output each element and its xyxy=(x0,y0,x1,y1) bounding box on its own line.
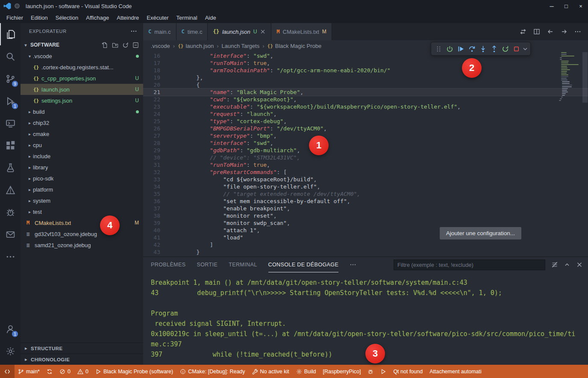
editor-scrollbar[interactable] xyxy=(582,51,588,257)
tree-item-samd21-ozone-jdebug[interactable]: ≡samd21_ozone.jdebug xyxy=(21,239,143,251)
tab-launch-json[interactable]: {}launch.jsonU xyxy=(208,23,271,40)
tree-item-chip32[interactable]: ▸chip32 xyxy=(21,117,143,128)
menu-item-executer[interactable]: Exécuter xyxy=(143,13,172,22)
status-qt-status[interactable]: Qt not found xyxy=(390,365,426,378)
step-into-button[interactable] xyxy=(477,43,488,54)
minimize-button[interactable]: ─ xyxy=(544,0,559,12)
new-file-icon[interactable] xyxy=(102,42,108,48)
activity-source-control[interactable]: 9 xyxy=(0,68,21,90)
tree-item-c-cpp-properties-json[interactable]: {}c_cpp_properties.jsonU xyxy=(21,73,143,84)
panel-tab-terminal[interactable]: TERMINAL xyxy=(229,257,257,272)
tree-item-build[interactable]: ▸build xyxy=(21,106,143,117)
panel-tab-problemes[interactable]: PROBLÈMES xyxy=(151,257,185,272)
status-warnings[interactable]: 0 xyxy=(74,365,92,378)
menu-item-edition[interactable]: Edition xyxy=(27,13,52,22)
tree-item-test[interactable]: ▸test xyxy=(21,206,143,217)
tree-item-cmake[interactable]: ▸cmake xyxy=(21,128,143,139)
status-cmake-kit[interactable]: No active kit xyxy=(249,365,293,378)
activity-search[interactable] xyxy=(0,45,21,68)
status-debug-config[interactable]: Black Magic Probe (software) xyxy=(92,365,176,378)
activity-testing[interactable] xyxy=(0,157,21,179)
tab-cmakelists-txt[interactable]: MCMakeLists.txtM xyxy=(271,23,332,40)
status-cmake-build[interactable]: Build xyxy=(293,365,320,378)
workspace-section-header[interactable]: ▾ SOFTWARE xyxy=(21,39,143,50)
close-tab-icon[interactable] xyxy=(260,29,266,35)
tree-item-settings-json[interactable]: {}settings.jsonU xyxy=(21,95,143,106)
status-auto-attach[interactable]: Attachement automati xyxy=(426,365,485,378)
close-button[interactable]: × xyxy=(573,0,588,12)
menu-item-terminal[interactable]: Terminal xyxy=(173,13,201,22)
stop-button[interactable] xyxy=(511,43,522,54)
refresh-icon[interactable] xyxy=(122,42,129,48)
tree-item-vscode[interactable]: ▾.vscode xyxy=(21,50,143,62)
status-sync[interactable] xyxy=(43,365,56,378)
menu-item-selection[interactable]: Sélection xyxy=(52,13,82,22)
code-editor[interactable]: 16 "interface": "swd",17 "runToMain": tr… xyxy=(143,51,588,257)
activity-more-views[interactable] xyxy=(0,245,21,268)
tree-item-gd32vf103-ozone-jdebug[interactable]: ≡gd32vf103_ozone.jdebug xyxy=(21,228,143,239)
activity-run-debug[interactable]: 1 xyxy=(0,90,21,112)
tree-item-cpu[interactable]: ▸cpu xyxy=(21,139,143,151)
tree-item-cmakelists-txt[interactable]: MCMakeLists.txtM xyxy=(21,217,143,228)
add-configuration-button[interactable]: Ajouter une configuration... xyxy=(440,227,521,239)
status-remote-indicator[interactable] xyxy=(0,365,15,378)
debug-filter-input[interactable] xyxy=(394,260,545,270)
section-structure[interactable]: ▸ STRUCTURE xyxy=(21,343,143,354)
activity-explorer[interactable] xyxy=(0,23,21,45)
activity-cortex-debug[interactable] xyxy=(0,201,21,223)
panel-tab-sortie[interactable]: SORTIE xyxy=(197,257,218,272)
power-button[interactable] xyxy=(444,43,455,54)
activity-settings[interactable] xyxy=(0,340,21,362)
minimap[interactable] xyxy=(558,52,581,102)
tree-item-label: library xyxy=(33,164,48,171)
tree-item-library[interactable]: ▸library xyxy=(21,162,143,173)
section-timeline[interactable]: ▸ CHRONOLOGIE xyxy=(21,354,143,365)
activity-extensions[interactable] xyxy=(0,134,21,157)
status-git-branch[interactable]: main* xyxy=(15,365,43,378)
more-button[interactable] xyxy=(522,43,529,54)
tree-item-system[interactable]: ▸system xyxy=(21,195,143,206)
menu-item-aide[interactable]: Aide xyxy=(201,13,220,22)
maximize-panel-icon[interactable] xyxy=(564,261,570,268)
breadcrumb-item-launch-json[interactable]: {}launch.json xyxy=(178,43,214,49)
continue-button[interactable] xyxy=(455,43,466,54)
status-cmake-target[interactable]: [RaspberryPico] xyxy=(319,365,364,378)
clear-console-icon[interactable] xyxy=(551,261,558,268)
tab-time-c[interactable]: Ctime.c xyxy=(176,23,208,40)
activity-packages[interactable] xyxy=(0,223,21,245)
activity-cmake[interactable] xyxy=(0,179,21,201)
status-cmake-debug[interactable] xyxy=(364,365,377,378)
close-panel-icon[interactable] xyxy=(576,261,583,268)
navigate-forward-icon[interactable] xyxy=(561,28,567,35)
tree-item-pico-sdk[interactable]: ▸pico-sdk xyxy=(21,173,143,184)
tree-item-cortex-debug-registers-stat[interactable]: {}.cortex-debug.registers.stat... xyxy=(21,62,143,73)
new-folder-icon[interactable] xyxy=(112,42,118,48)
panel-tab-more[interactable] xyxy=(350,257,356,272)
maximize-button[interactable]: □ xyxy=(559,0,573,12)
tree-item-platform[interactable]: ▸platform xyxy=(21,184,143,195)
status-cmake-status[interactable]: CMake: [Debug]: Ready xyxy=(176,365,248,378)
breadcrumb-item-launch-targets[interactable]: Launch Targets xyxy=(222,43,260,49)
tree-item-include[interactable]: ▸include xyxy=(21,151,143,162)
activity-accounts[interactable]: 1 xyxy=(0,318,21,340)
split-editor-icon[interactable] xyxy=(533,28,540,35)
menu-item-fichier[interactable]: Fichier xyxy=(3,13,27,22)
tree-item-launch-json[interactable]: {}launch.jsonU xyxy=(21,84,143,95)
explorer-more-icon[interactable] xyxy=(130,28,137,35)
activity-remote-explorer[interactable] xyxy=(0,112,21,134)
restart-button[interactable] xyxy=(500,43,511,54)
panel-tab-console-de-debogage[interactable]: CONSOLE DE DÉBOGAGE xyxy=(268,257,339,272)
more-actions-icon[interactable] xyxy=(574,28,581,35)
status-errors[interactable]: 0 xyxy=(56,365,74,378)
open-changes-icon[interactable] xyxy=(520,28,526,35)
breadcrumb-item-black-magic-probe[interactable]: {}Black Magic Probe xyxy=(268,43,322,49)
step-out-button[interactable] xyxy=(488,43,500,54)
tab-main-c[interactable]: Cmain.c xyxy=(143,23,176,40)
menu-item-atteindre[interactable]: Atteindre xyxy=(113,13,143,22)
status-cmake-launch[interactable] xyxy=(377,365,390,378)
collapse-all-icon[interactable] xyxy=(132,42,139,48)
step-over-button[interactable] xyxy=(466,43,477,54)
navigate-back-icon[interactable] xyxy=(547,28,554,35)
breadcrumb-item-vscode[interactable]: .vscode xyxy=(151,43,170,49)
menu-item-affichage[interactable]: Affichage xyxy=(82,13,113,22)
